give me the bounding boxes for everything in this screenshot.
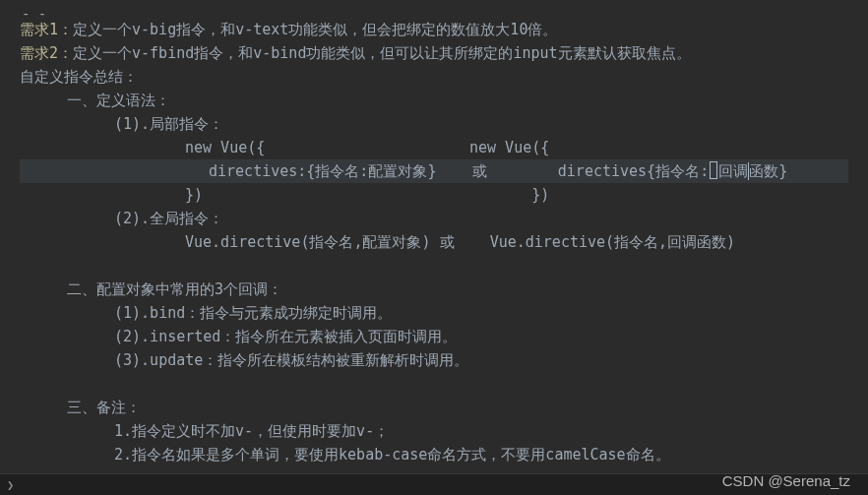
summary-text: 自定义指令总结： bbox=[20, 68, 138, 86]
note1: 1.指令定义时不加v-，但使用时要加v-； bbox=[114, 422, 389, 440]
collapse-dashes: - - bbox=[22, 2, 46, 26]
code-line: }) }) bbox=[20, 183, 848, 207]
code-directives-1: directives:{指令名:配置对象} bbox=[20, 162, 436, 180]
code-line: (3).update：指令所在模板结构被重新解析时调用。 bbox=[20, 348, 848, 372]
code-line: 1.指令定义时不加v-，但使用时要加v-； bbox=[20, 419, 848, 443]
callbacks-title: 二、配置对象中常用的3个回调： bbox=[67, 280, 282, 298]
code-line: 自定义指令总结： bbox=[20, 65, 848, 89]
cb2: (2).inserted：指令所在元素被插入页面时调用。 bbox=[114, 328, 457, 345]
code-line: Vue.directive(指令名,配置对象) 或 Vue.directive(… bbox=[20, 230, 848, 254]
global-code: Vue.directive(指令名,配置对象) 或 Vue.directive(… bbox=[185, 233, 735, 251]
blank-line bbox=[20, 254, 848, 278]
code-line: 2.指令名如果是多个单词，要使用kebab-case命名方式，不要用camelC… bbox=[20, 443, 848, 466]
code-close-2: }) bbox=[531, 186, 549, 204]
code-line: (2).inserted：指令所在元素被插入页面时调用。 bbox=[20, 325, 848, 348]
req2-label: 需求2： bbox=[20, 44, 73, 62]
code-line: new Vue({ new Vue({ bbox=[20, 136, 848, 159]
req2-text: 定义一个v-fbind指令，和v-bind功能类似，但可以让其所绑定的input… bbox=[73, 44, 691, 62]
notes-title: 三、备注： bbox=[67, 399, 141, 416]
blank-line bbox=[20, 372, 848, 396]
syntax-title: 一、定义语法： bbox=[67, 92, 170, 109]
code-new-vue-2: new Vue({ bbox=[469, 139, 549, 156]
cb3: (3).update：指令所在模板结构被重新解析时调用。 bbox=[114, 351, 468, 369]
req1-text: 定义一个v-big指令，和v-text功能类似，但会把绑定的数值放大10倍。 bbox=[73, 21, 557, 38]
code-close-1: }) bbox=[185, 186, 203, 204]
code-line: (1).局部指令： bbox=[20, 112, 848, 136]
code-line: 需求1：定义一个v-big指令，和v-text功能类似，但会把绑定的数值放大10… bbox=[20, 18, 848, 41]
code-line-active: directives:{指令名:配置对象} 或 directives{指令名:回… bbox=[20, 159, 848, 183]
code-new-vue-1: new Vue({ bbox=[185, 139, 265, 156]
code-directives-2: directives{指令名:回调函数} bbox=[558, 162, 787, 180]
code-line: 三、备注： bbox=[20, 396, 848, 419]
caret bbox=[748, 162, 749, 180]
code-line: 二、配置对象中常用的3个回调： bbox=[20, 278, 848, 301]
local-title: (1).局部指令： bbox=[114, 115, 223, 133]
code-line: (2).全局指令： bbox=[20, 207, 848, 230]
code-editor[interactable]: - - 需求1：定义一个v-big指令，和v-text功能类似，但会把绑定的数值… bbox=[0, 0, 868, 466]
cb1: (1).bind：指令与元素成功绑定时调用。 bbox=[114, 304, 392, 322]
code-line: (1).bind：指令与元素成功绑定时调用。 bbox=[20, 301, 848, 325]
note2: 2.指令名如果是多个单词，要使用kebab-case命名方式，不要用camelC… bbox=[114, 446, 670, 464]
code-line: 一、定义语法： bbox=[20, 89, 848, 112]
code-line: 需求2：定义一个v-fbind指令，和v-bind功能类似，但可以让其所绑定的i… bbox=[20, 41, 848, 65]
global-title: (2).全局指令： bbox=[114, 210, 223, 227]
watermark-text: CSDN @Serena_tz bbox=[722, 472, 850, 489]
code-or: 或 bbox=[472, 162, 487, 180]
text-cursor bbox=[710, 161, 717, 179]
chevron-right-icon[interactable]: ❯ bbox=[7, 478, 14, 492]
